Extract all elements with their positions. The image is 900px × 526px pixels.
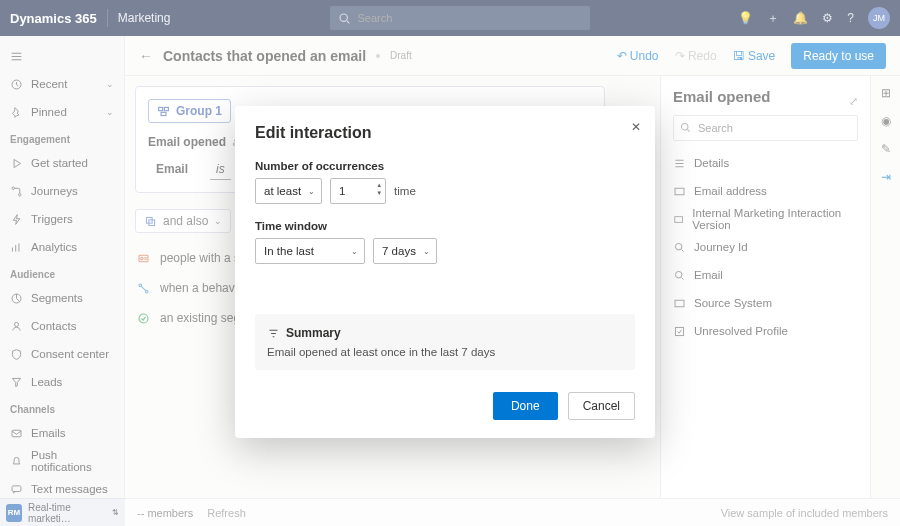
timewindow-value-select[interactable]: 7 days⌄ (373, 238, 437, 264)
close-icon[interactable]: ✕ (631, 120, 641, 134)
modal-actions: Done Cancel (255, 392, 635, 420)
edit-interaction-modal: ✕ Edit interaction Number of occurrences… (235, 106, 655, 438)
chevron-down-icon: ⌄ (308, 187, 315, 196)
occurrences-operator-select[interactable]: at least⌄ (255, 178, 322, 204)
chevron-down-icon: ⌄ (423, 247, 430, 256)
occurrences-unit: time (394, 185, 416, 197)
cancel-button[interactable]: Cancel (568, 392, 635, 420)
timewindow-operator-select[interactable]: In the last⌄ (255, 238, 365, 264)
summary-box: Summary Email opened at least once in th… (255, 314, 635, 370)
filter-icon (267, 327, 280, 340)
done-button[interactable]: Done (493, 392, 558, 420)
spinner-icon[interactable]: ▲▼ (376, 181, 382, 197)
timewindow-label: Time window (255, 220, 635, 232)
summary-heading: Summary (267, 326, 623, 340)
timewindow-row: In the last⌄ 7 days⌄ (255, 238, 635, 264)
summary-text: Email opened at least once in the last 7… (267, 346, 623, 358)
occurrences-label: Number of occurrences (255, 160, 635, 172)
modal-title: Edit interaction (255, 124, 635, 142)
chevron-down-icon: ⌄ (351, 247, 358, 256)
occurrences-row: at least⌄ 1▲▼ time (255, 178, 635, 204)
occurrences-count-input[interactable]: 1▲▼ (330, 178, 386, 204)
